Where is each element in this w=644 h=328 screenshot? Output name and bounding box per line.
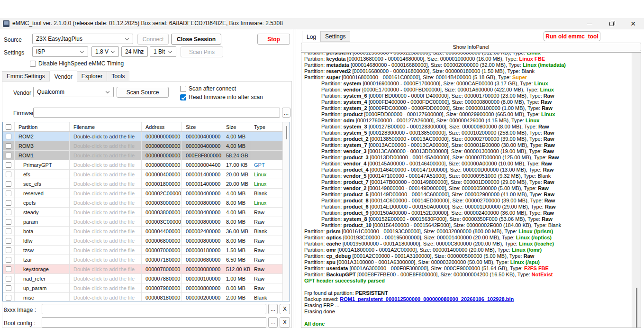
log-text: All done — [304, 321, 325, 327]
run-old-emmc-tool-button[interactable]: Run old emmc_tool — [544, 31, 600, 41]
log-text: [000147B00000 - 000149800000], Size: 000… — [369, 179, 544, 185]
row-checkbox[interactable] — [6, 210, 11, 215]
row-checkbox[interactable] — [6, 153, 11, 158]
scan-source-button[interactable]: Scan Source — [117, 87, 169, 98]
read-firmware-checkbox[interactable] — [180, 94, 186, 100]
table-scrollbar-thumb[interactable] — [286, 126, 287, 139]
chevron-down-icon — [125, 36, 129, 40]
image8xxx-browse-button[interactable]: ... — [268, 304, 278, 314]
cell-type: Raw — [250, 255, 283, 264]
table-row[interactable]: keystorage Double-click to add the file … — [3, 264, 290, 274]
firmware-input[interactable] — [33, 108, 280, 118]
restore-icon — [609, 22, 614, 26]
table-row[interactable]: misc Double-click to add the file 000008… — [3, 293, 290, 301]
row-checkbox[interactable] — [6, 181, 11, 187]
table-row[interactable]: ROM3 Double-click to add the file 000000… — [3, 141, 290, 151]
table-row[interactable]: tzar Double-click to add the file 000007… — [3, 255, 290, 264]
row-checkbox[interactable] — [6, 228, 11, 234]
row-checkbox[interactable] — [6, 191, 11, 196]
table-row[interactable]: ROM2 Double-click to add the file 000000… — [3, 132, 290, 141]
close-button[interactable]: ✕ — [622, 18, 644, 29]
row-checkbox[interactable] — [6, 143, 11, 149]
scan-after-connect-checkbox[interactable] — [180, 86, 186, 92]
tab-log[interactable]: Log — [302, 31, 321, 42]
table-row[interactable]: tzsw Double-click to add the file 000007… — [3, 246, 290, 255]
boot-config-clear-button[interactable]: X — [280, 317, 290, 328]
row-checkbox[interactable] — [6, 247, 11, 253]
table-row[interactable]: sec_efs Double-click to add the file 000… — [3, 179, 290, 189]
row-checkbox[interactable] — [6, 266, 11, 272]
row-checkbox[interactable] — [6, 257, 11, 263]
table-row[interactable]: ldfw Double-click to add the file 000006… — [3, 236, 290, 246]
log-text: product_10 — [343, 222, 371, 228]
log-text: BackupGPT — [326, 272, 355, 277]
tab-vendor[interactable]: Vendor — [50, 71, 77, 82]
maximize-button[interactable] — [600, 18, 622, 29]
panel-splitter[interactable] — [293, 29, 293, 328]
table-row[interactable]: PrimaryGPT Double-click to add the file … — [3, 160, 290, 170]
table-row[interactable]: cpefs Double-click to add the file 00000… — [3, 198, 290, 208]
log-text: vendor_3 — [343, 148, 366, 154]
stop-button[interactable]: Stop — [257, 34, 290, 45]
row-checkbox[interactable] — [6, 134, 11, 139]
tab-emmc-settings[interactable]: Emmc Settings — [2, 71, 50, 82]
row-checkbox[interactable] — [6, 238, 11, 244]
source-combo[interactable]: Z3X EasyJtagPlus — [32, 34, 133, 44]
log-scroll-area[interactable]: Partition: persistent [000012500000 - 00… — [301, 53, 632, 328]
highspeed-checkbox[interactable] — [30, 61, 36, 67]
row-checkbox[interactable] — [6, 219, 11, 225]
image8xxx-input[interactable] — [42, 304, 266, 314]
show-infopanel-button[interactable]: Show InfoPanel — [301, 43, 641, 51]
row-checkbox[interactable] — [6, 295, 11, 301]
interface-combo[interactable]: ISP — [32, 46, 88, 57]
clock-combo[interactable]: 24 Mhz — [121, 46, 148, 57]
tab-log-settings[interactable]: Settings — [321, 31, 350, 42]
scan-pins-button[interactable]: Scan Pins — [181, 46, 223, 57]
log-text: [000145A00000 - 000146400000], Size: 000… — [366, 161, 541, 166]
table-row[interactable]: reserved Double-click to add the file 00… — [3, 189, 290, 198]
log-text: vendor_2 — [343, 185, 366, 191]
tab-tools[interactable]: Tools — [107, 71, 129, 82]
cell-type — [250, 151, 283, 160]
table-row[interactable]: ROM1 Double-click to add the file 000000… — [3, 151, 290, 160]
table-row[interactable]: steady Double-click to add the file 0000… — [3, 208, 290, 217]
bus-width-combo[interactable]: 1 Bit — [150, 46, 176, 57]
vendor-combo[interactable]: Qualcomm — [33, 87, 114, 97]
cell-partition: sec_efs — [15, 179, 70, 188]
voltage-combo[interactable]: 1.8 V — [91, 46, 119, 57]
log-line: Partition: BackupGPT [000E8F7FBE00 - 000… — [304, 272, 632, 278]
table-row[interactable]: up_param Double-click to add the file 00… — [3, 283, 290, 293]
row-checkbox[interactable] — [6, 276, 11, 282]
boot-config-browse-button[interactable]: ... — [268, 317, 278, 328]
log-text: Partition: — [321, 93, 343, 99]
table-row[interactable]: efs Double-click to add the file 0000004… — [3, 170, 290, 179]
table-row[interactable]: bota Double-click to add the file 000004… — [3, 227, 290, 236]
row-checkbox[interactable] — [6, 172, 11, 177]
table-row[interactable]: param Double-click to add the file 00000… — [3, 217, 290, 227]
table-scrollbar[interactable] — [282, 122, 290, 301]
connect-button[interactable]: Connect — [137, 34, 169, 45]
log-text: Raw — [544, 179, 554, 185]
log-text: Raw — [544, 136, 554, 142]
cell-type: Raw — [250, 274, 283, 283]
log-scrollbar[interactable] — [632, 53, 641, 328]
log-text: [0000FBD00000 - 0000FD400000], Size: 000… — [367, 93, 544, 99]
minimize-button[interactable] — [579, 18, 600, 29]
log-text: [00013CA00000 - 00013DD00000], Size: 000… — [366, 148, 543, 154]
row-checkbox[interactable] — [6, 285, 11, 291]
tab-explorer[interactable]: Explorer — [77, 71, 108, 82]
firmware-browse-button[interactable]: ... — [282, 108, 290, 118]
log-backup-link[interactable]: ROM1_persistent_000012500000_00000008000… — [340, 296, 514, 302]
cell-partition: bota — [15, 227, 70, 236]
boot-config-input[interactable] — [42, 317, 266, 328]
row-checkbox[interactable] — [6, 200, 11, 206]
log-line: Partition: super [000016800000 - 000161C… — [304, 74, 632, 81]
table-row[interactable]: nad_refer Double-click to add the file 0… — [3, 274, 290, 283]
image8xxx-clear-button[interactable]: X — [280, 304, 290, 314]
log-scrollbar-thumb[interactable] — [636, 288, 637, 328]
close-session-button[interactable]: Close Session — [171, 34, 221, 45]
row-checkbox[interactable] — [6, 162, 11, 168]
log-text: Raw — [543, 148, 554, 154]
header-checkbox[interactable] — [6, 124, 11, 130]
log-line: Partition: system_7 [00013AC00000 - 0001… — [304, 142, 632, 148]
